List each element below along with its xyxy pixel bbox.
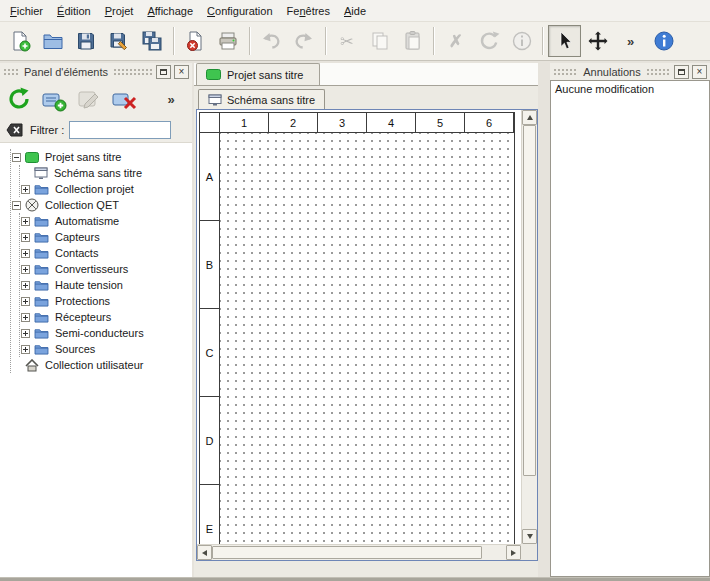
dock-close-button[interactable]: × [692,65,707,79]
reload-collections-button[interactable] [4,84,34,114]
menu-item-aide[interactable]: Aide [337,0,373,21]
tree-item-haute-tension[interactable]: Haute tension [20,277,192,293]
filter-input[interactable] [69,121,171,139]
properties-button[interactable] [505,25,538,57]
undo-list-item[interactable]: Aucune modification [551,81,709,97]
expand-icon[interactable] [21,345,30,354]
scroll-left-button[interactable] [197,545,212,560]
dock-close-button[interactable]: × [174,65,189,79]
collapse-icon[interactable] [12,153,21,162]
folder-icon [34,279,49,291]
scroll-up-button[interactable] [522,110,537,125]
redo-button[interactable] [288,25,321,57]
edit-element-button[interactable] [74,84,104,114]
cursor-icon [554,30,576,52]
application-window: Fichier Édition Projet Affichage Configu… [0,0,710,581]
elements-tree: Projet sans titre Schéma sans titre Coll… [0,142,192,577]
expand-icon[interactable] [21,249,30,258]
expand-icon[interactable] [21,281,30,290]
toolbar-separator [325,27,327,55]
tab-projet-sans-titre[interactable]: Projet sans titre [196,63,320,85]
tree-item-semi-conducteurs[interactable]: Semi-conducteurs [20,325,192,341]
move-icon [587,30,609,52]
vertical-scrollbar[interactable] [521,110,537,544]
menu-item-edition[interactable]: Édition [50,0,98,21]
vertical-scroll-track[interactable] [522,125,537,529]
vertical-scroll-thumb[interactable] [523,125,536,476]
clear-filter-icon [6,121,24,139]
select-tool-button[interactable] [548,25,581,57]
copy-button[interactable] [364,25,397,57]
scroll-down-button[interactable] [522,529,537,544]
toolbar-overflow-button[interactable]: » [614,25,647,57]
paste-button[interactable] [396,25,429,57]
dock-float-button[interactable] [674,65,689,79]
tree-item-label: Contacts [53,247,100,259]
scroll-right-button[interactable] [506,545,521,560]
dock-grip [646,68,671,76]
menu-item-configuration[interactable]: Configuration [200,0,279,21]
tree-item-capteurs[interactable]: Capteurs [20,229,192,245]
open-project-button[interactable] [37,25,70,57]
close-file-button[interactable] [179,25,212,57]
toolbar-separator [173,27,175,55]
new-element-button[interactable] [39,84,69,114]
save-as-button[interactable] [103,25,136,57]
save-all-button[interactable] [136,25,169,57]
schema-canvas[interactable] [220,133,514,544]
delete-button[interactable]: ✗ [439,25,472,57]
expand-icon[interactable] [21,233,30,242]
schema-viewport[interactable]: 1 2 3 4 5 6 A B C D E [197,110,521,544]
expand-icon[interactable] [21,185,30,194]
tree-item-label: Sources [53,343,97,355]
expand-icon[interactable] [21,297,30,306]
tree-item-sources[interactable]: Sources [20,341,192,357]
delete-element-button[interactable] [109,84,139,114]
horizontal-scrollbar[interactable] [197,544,521,560]
dock-float-button[interactable] [156,65,171,79]
clear-filter-button[interactable] [5,120,25,140]
menu-item-projet[interactable]: Projet [98,0,141,21]
panel-overflow-button[interactable]: » [156,84,186,114]
cut-button[interactable]: ✂ [331,25,364,57]
tree-item-collection-utilisateur[interactable]: Collection utilisateur [11,357,192,373]
tree-item-contacts[interactable]: Contacts [20,245,192,261]
tree-item-schema-sans-titre[interactable]: Schéma sans titre [20,165,192,181]
expander-spacer [12,361,21,370]
undo-dock-titlebar[interactable]: Annulations × [550,63,710,80]
rotate-button[interactable] [472,25,505,57]
elements-panel-titlebar[interactable]: Panel d'éléments × [0,63,192,80]
menu-item-fichier[interactable]: Fichier [3,0,50,21]
expand-icon[interactable] [21,329,30,338]
tree-item-protections[interactable]: Protections [20,293,192,309]
tree-item-automatisme[interactable]: Automatisme [20,213,192,229]
menu-item-fenetres[interactable]: Fenêtres [280,0,337,21]
horizontal-scroll-thumb[interactable] [212,546,482,559]
refresh-icon [6,86,32,112]
tree-item-collection-qet[interactable]: Collection QET [11,197,192,213]
schema-icon [34,167,48,179]
menu-item-affichage[interactable]: Affichage [140,0,200,21]
tree-item-convertisseurs[interactable]: Convertisseurs [20,261,192,277]
expand-icon[interactable] [21,265,30,274]
print-button[interactable] [212,25,245,57]
tree-item-label: Automatisme [53,215,121,227]
expand-icon[interactable] [21,313,30,322]
collapse-icon[interactable] [12,201,21,210]
horizontal-scroll-track[interactable] [212,545,506,560]
tree-item-collection-projet[interactable]: Collection projet [20,181,192,197]
column-header-6: 6 [465,113,514,133]
move-tool-button[interactable] [581,25,614,57]
tree-item-label: Semi-conducteurs [53,327,146,339]
tree-item-projet-sans-titre[interactable]: Projet sans titre [11,149,192,165]
chevron-double-right-icon: » [167,92,174,107]
expand-icon[interactable] [21,217,30,226]
tab-schema-sans-titre[interactable]: Schéma sans titre [198,89,325,109]
tree-item-recepteurs[interactable]: Récepteurs [20,309,192,325]
new-project-button[interactable] [4,25,37,57]
info-icon [511,30,533,52]
about-button[interactable] [647,25,680,57]
tree-item-label: Récepteurs [53,311,113,323]
save-button[interactable] [70,25,103,57]
undo-button[interactable] [255,25,288,57]
